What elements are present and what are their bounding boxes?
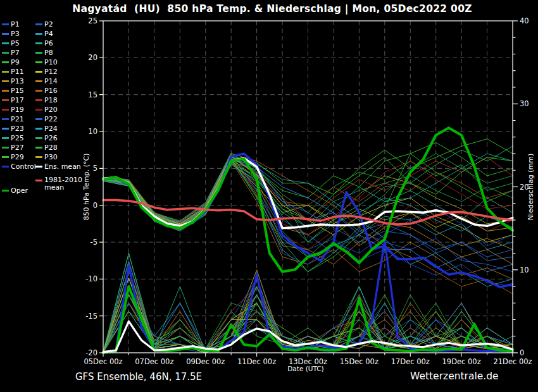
legend-item-P23: P23 [2,125,35,133]
legend-item-oper: Oper [2,187,28,195]
legend-item-P6: P6 [35,39,84,47]
legend-swatch [2,42,9,44]
x-axis-title: Date (UTC) [271,365,341,372]
y-left-axis-title: 850 hPa Temp. (°C) [82,143,91,231]
y-right-tick-label: 0 [520,348,524,357]
legend-item-label: 1981-2010 mean [44,176,82,192]
legend-item-P7: P7 [2,49,35,57]
legend-item-label: P28 [44,144,58,152]
legend-swatch [2,147,9,149]
legend-item-P14: P14 [35,77,84,85]
legend-swatch [2,109,9,111]
legend-swatch [35,147,42,149]
legend-item-label: P2 [44,20,53,28]
x-tick-label: 19Dec 00z [442,357,481,366]
legend-swatch [35,80,42,82]
legend-swatch [35,137,42,139]
legend-item-label: P5 [11,39,20,47]
legend-item-label: P21 [11,115,24,123]
x-tick-label: 07Dec 00z [135,357,173,366]
legend-grid: P1P2P3P4P5P6P7P8P9P10P11P12P13P14P15P16P… [2,20,84,171]
legend-swatch [2,61,9,63]
legend-swatch [35,156,42,158]
legend-item-P15: P15 [2,87,35,95]
meteogram-figure: 2520151050-5-10-15-2040302010005Dec 00z0… [0,0,538,392]
legend-item-P25: P25 [2,134,35,142]
legend-item-label: P13 [11,77,24,85]
y-right-axis-title: Niederschlag (mm) [527,149,535,226]
legend-item-label: P14 [44,77,58,85]
legend-swatch [35,52,42,54]
legend-item-label: P8 [44,49,53,57]
y-left-tick-label: -10 [85,274,97,283]
y-left-tick-label: 25 [88,16,97,25]
legend-item-label: P3 [11,30,20,38]
legend-item-label: P19 [11,106,24,114]
legend-swatch [35,118,42,120]
legend-item-label: P27 [11,144,24,152]
legend-item-climate-mean: 1981-2010 mean [35,176,82,192]
legend-item-P10: P10 [35,58,84,66]
legend-item-label: P9 [11,58,20,66]
legend-item-P13: P13 [2,77,35,85]
legend-item-label: P25 [11,134,24,142]
legend-swatch [2,71,9,73]
legend-swatch [35,109,42,111]
legend-item-P8: P8 [35,49,84,57]
legend-item-P20: P20 [35,106,84,114]
legend-item-label: P4 [44,30,53,38]
legend: P1P2P3P4P5P6P7P8P9P10P11P12P13P14P15P16P… [2,20,84,209]
legend-swatch [35,166,42,168]
legend-item-label: P30 [44,153,58,161]
legend-item-P11: P11 [2,68,35,76]
legend-item-P29: P29 [2,153,35,161]
y-left-tick-label: 0 [93,201,97,210]
legend-item-label: P10 [44,58,58,66]
legend-item-P28: P28 [35,144,84,152]
legend-swatch [2,90,9,92]
site-credit: Wetterzentrale.de [410,371,499,382]
legend-item-ens-mean: Ens. mean [35,162,84,171]
legend-swatch [2,156,9,158]
y-left-tick-label: -5 [91,238,97,247]
legend-item-P4: P4 [35,30,84,38]
legend-swatch [35,71,42,73]
legend-item-P3: P3 [2,30,35,38]
y-left-tick-label: -15 [85,312,97,321]
y-right-tick-label: 10 [520,266,529,274]
legend-item-P27: P27 [2,144,35,152]
legend-swatch [35,61,42,63]
y-left-tick-label: 5 [93,164,97,173]
legend-item-label: P7 [11,49,20,57]
y-left-tick-label: -20 [85,348,97,357]
legend-item-label: P18 [44,96,58,104]
legend-item-P1: P1 [2,20,35,28]
legend-item-P18: P18 [35,96,84,104]
legend-item-label: P6 [44,39,53,47]
legend-item-P12: P12 [35,68,84,76]
legend-swatch [2,52,9,54]
legend-item-label: P20 [44,106,58,114]
legend-item-P19: P19 [2,106,35,114]
legend-swatch [2,33,9,35]
x-tick-label: 17Dec 00z [391,357,430,366]
legend-item-P24: P24 [35,125,84,133]
legend-extra: 1981-2010 mean Oper [2,171,84,209]
legend-item-label: P24 [44,125,58,133]
legend-swatch [2,23,9,25]
legend-item-label: P16 [44,87,58,95]
legend-swatch [35,42,42,44]
legend-swatch [2,128,9,130]
legend-swatch [2,166,9,168]
legend-item-label: P26 [44,134,58,142]
legend-item-P26: P26 [35,134,84,142]
legend-item-P17: P17 [2,96,35,104]
legend-item-label: P1 [11,20,20,28]
legend-item-label: P11 [11,68,24,76]
legend-item-label: Oper [11,187,28,195]
legend-item-label: P29 [11,153,24,161]
legend-item-label: P17 [11,96,24,104]
x-tick-label: 09Dec 00z [186,357,225,366]
y-left-tick-label: 15 [88,90,97,99]
legend-swatch [35,33,42,35]
